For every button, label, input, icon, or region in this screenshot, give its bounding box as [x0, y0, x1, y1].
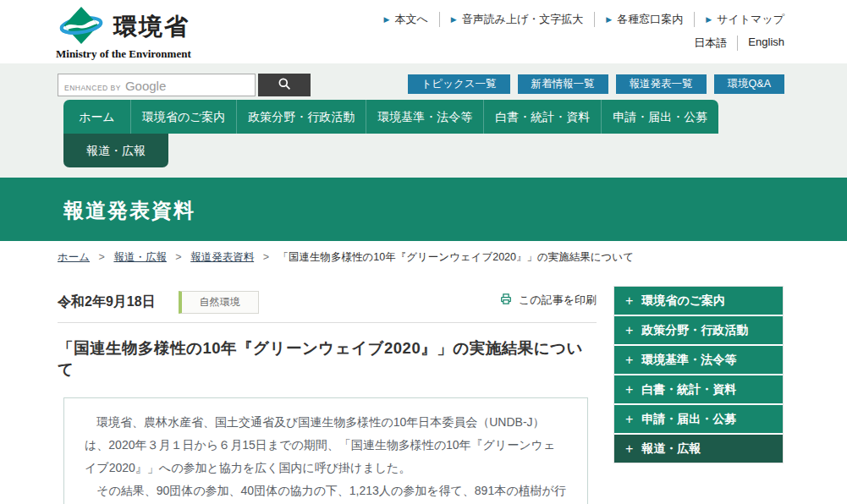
sidebar-item-label: 報道・広報 [641, 441, 701, 457]
article-summary-box: 環境省、農林水産省、国土交通省及び国連生物多様性の10年日本委員会（UNDB-J… [63, 397, 588, 504]
nav-item-applications[interactable]: 申請・届出・公募 [601, 100, 718, 134]
breadcrumb-separator: > [263, 251, 269, 263]
utility-link-contact-desks[interactable]: ▶ 各種窓口案内 [595, 12, 695, 27]
page-title: 報道発表資料 [0, 178, 847, 224]
nav-item-policy-fields[interactable]: 政策分野・行政活動 [236, 100, 366, 134]
triangle-icon: ▶ [384, 15, 390, 24]
plus-icon: + [625, 353, 633, 367]
lang-link-english[interactable]: English [738, 36, 784, 51]
site-header: 環境省 Ministry of the Environment ▶ 本文へ ▶ … [0, 0, 847, 63]
sidebar-item-standards-laws[interactable]: + 環境基準・法令等 [614, 346, 783, 374]
article-date: 令和2年9月18日 [58, 293, 156, 311]
sidebar-item-label: 白書・統計・資料 [641, 382, 736, 397]
sidebar-menu: + 環境省のご案内 + 政策分野・行政活動 + 環境基準・法令等 + 白書・統計… [613, 286, 784, 463]
breadcrumb-current: 「国連生物多様性の10年『グリーンウェイブ2020』」の実施結果について [278, 251, 634, 263]
utility-link-voice-textzoom[interactable]: ▶ 音声読み上げ・文字拡大 [440, 12, 596, 27]
plus-icon: + [625, 294, 633, 308]
search-input[interactable] [58, 74, 255, 96]
article-column: 令和2年9月18日 自然環境 この記事を印刷 「国連生物多様性の10年『グリーン… [58, 289, 597, 504]
sidebar-item-applications[interactable]: + 申請・届出・公募 [614, 405, 783, 433]
printer-icon [499, 293, 513, 308]
utility-link-sitemap[interactable]: ▶ サイトマップ [695, 12, 784, 27]
plus-icon: + [625, 383, 633, 397]
breadcrumb: ホーム > 報道・広報 > 報道発表資料 > 「国連生物多様性の10年『グリーン… [58, 250, 634, 265]
nav-item-about-moe[interactable]: 環境省のご案内 [130, 100, 237, 134]
moe-logo-icon [56, 3, 107, 51]
plus-icon: + [625, 442, 633, 456]
search-icon [278, 77, 291, 93]
moe-logo[interactable]: 環境省 Ministry of the Environment [56, 3, 191, 61]
breadcrumb-separator: > [175, 251, 181, 263]
sidebar-item-label: 環境省のご案内 [641, 293, 725, 309]
nav-item-standards-laws[interactable]: 環境基準・法令等 [366, 100, 483, 134]
triangle-icon: ▶ [606, 15, 612, 24]
article-paragraph: 環境省、農林水産省、国土交通省及び国連生物多様性の10年日本委員会（UNDB-J… [85, 411, 567, 479]
lang-link-japanese[interactable]: 日本語 [684, 36, 738, 51]
article-paragraph: その結果、90団体の参加、40団体の協力の下、1,213人の参加を得て、891本… [85, 479, 567, 504]
utility-link-to-content[interactable]: ▶ 本文へ [373, 12, 440, 27]
sidebar-item-about-moe[interactable]: + 環境省のご案内 [614, 287, 783, 315]
sidebar-item-label: 申請・届出・公募 [641, 412, 736, 427]
breadcrumb-link-home[interactable]: ホーム [58, 251, 90, 263]
search-box: ENHANCED BY Google [58, 74, 256, 96]
sidebar-item-label: 環境基準・法令等 [641, 353, 736, 368]
env-qa-button[interactable]: 環境Q&A [714, 74, 784, 94]
breadcrumb-link-press-pr[interactable]: 報道・広報 [113, 251, 167, 263]
whats-new-list-button[interactable]: 新着情報一覧 [518, 74, 608, 94]
quick-buttons: トピックス一覧 新着情報一覧 報道発表一覧 環境Q&A [408, 74, 784, 94]
utility-link-label: サイトマップ [717, 12, 784, 27]
article-title: 「国連生物多様性の10年『グリーンウェイブ2020』」の実施結果について [58, 337, 597, 380]
utility-link-label: 本文へ [394, 12, 427, 27]
plus-icon: + [625, 324, 633, 337]
print-link-label: この記事を印刷 [519, 293, 597, 308]
utility-links: ▶ 本文へ ▶ 音声読み上げ・文字拡大 ▶ 各種窓口案内 ▶ サイトマップ [373, 12, 784, 27]
page-title-band: 報道発表資料 [0, 178, 847, 241]
nav-item-home[interactable]: ホーム [63, 100, 130, 134]
nav-item-press-pr-active[interactable]: 報道・広報 [63, 134, 168, 167]
breadcrumb-link-press-releases[interactable]: 報道発表資料 [190, 251, 254, 263]
category-badge[interactable]: 自然環境 [179, 291, 259, 314]
print-link[interactable]: この記事を印刷 [499, 293, 597, 308]
article-meta-row: 令和2年9月18日 自然環境 この記事を印刷 [58, 289, 597, 315]
language-links: 日本語 English [684, 36, 784, 51]
utility-link-label: 各種窓口案内 [617, 12, 683, 27]
triangle-icon: ▶ [451, 15, 457, 24]
header-band: ENHANCED BY Google トピックス一覧 新着情報一覧 報道発表一覧… [0, 63, 847, 178]
topics-list-button[interactable]: トピックス一覧 [408, 74, 510, 94]
nav-item-whitepapers-stats[interactable]: 白書・統計・資料 [483, 100, 601, 134]
sidebar-item-whitepapers-stats[interactable]: + 白書・統計・資料 [614, 375, 783, 403]
logo-subtitle: Ministry of the Environment [56, 47, 191, 61]
sidebar-item-label: 政策分野・行政活動 [641, 323, 748, 338]
sidebar-item-policy-fields[interactable]: + 政策分野・行政活動 [614, 316, 783, 344]
divider [58, 322, 597, 323]
press-release-list-button[interactable]: 報道発表一覧 [616, 74, 707, 94]
sidebar-item-press-pr[interactable]: + 報道・広報 [614, 435, 783, 463]
logo-kanji: 環境省 [113, 11, 190, 43]
breadcrumb-separator: > [99, 251, 105, 263]
main-nav: ホーム 環境省のご案内 政策分野・行政活動 環境基準・法令等 白書・統計・資料 … [63, 100, 718, 134]
plus-icon: + [625, 413, 633, 426]
search-button[interactable] [258, 74, 311, 96]
triangle-icon: ▶ [706, 15, 712, 24]
utility-link-label: 音声読み上げ・文字拡大 [462, 12, 584, 27]
